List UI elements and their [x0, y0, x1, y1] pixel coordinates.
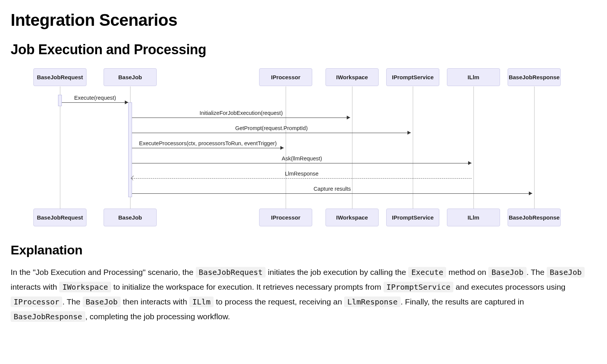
message-label: Ask(llmRequest) — [282, 155, 322, 162]
explanation-text-fragment: and executes processors using — [453, 282, 565, 291]
actor-box-top: BaseJobRequest — [33, 68, 86, 86]
inline-code: BaseJobRequest — [196, 267, 266, 278]
actor-box-bottom: BaseJobResponse — [508, 209, 561, 226]
lifeline — [534, 86, 535, 209]
message-line — [132, 163, 472, 163]
arrowhead-icon — [280, 146, 284, 150]
inline-code: Execute — [408, 267, 446, 278]
explanation-text-fragment: . The — [527, 268, 547, 276]
explanation-text-fragment: to process the request, receiving an — [214, 297, 344, 306]
inline-code: BaseJob — [547, 267, 585, 278]
explanation-text-fragment: In the "Job Execution and Processing" sc… — [11, 268, 196, 276]
explanation-text-fragment: method on — [446, 268, 488, 276]
arrowhead-icon — [125, 100, 128, 104]
inline-code: BaseJobResponse — [11, 311, 85, 322]
message-label: GetPrompt(request.PromptId) — [235, 125, 308, 131]
message-line — [62, 102, 128, 103]
message-label: LlmResponse — [285, 171, 319, 177]
message-label: Capture results — [314, 186, 351, 192]
explanation-text-fragment: to initialize the workspace for executio… — [111, 282, 384, 291]
explanation-text-fragment: . The — [62, 297, 82, 306]
explanation-paragraph: In the "Job Execution and Processing" sc… — [11, 265, 595, 324]
inline-code: IPromptService — [384, 282, 454, 292]
message-line — [132, 178, 472, 179]
message-line — [132, 133, 411, 133]
message-label: Execute(request) — [74, 95, 116, 101]
actor-box-top: BaseJobResponse — [508, 68, 561, 86]
explanation-text-fragment: interacts with — [11, 282, 59, 291]
actor-box-bottom: BaseJobRequest — [33, 209, 86, 226]
actor-box-bottom: IProcessor — [259, 209, 312, 226]
activation-bar — [128, 102, 132, 197]
explanation-heading: Explanation — [11, 243, 596, 257]
actor-box-top: IWorkspace — [326, 68, 379, 86]
lifeline — [286, 86, 286, 209]
actor-box-top: IProcessor — [259, 68, 312, 86]
actor-box-top: ILlm — [447, 68, 500, 86]
arrowhead-icon — [407, 131, 411, 135]
inline-code: BaseJob — [83, 297, 121, 307]
arrowhead-icon — [347, 116, 350, 119]
message-line — [132, 148, 284, 148]
message-label: ExecuteProcessors(ctx, processorsToRun, … — [139, 140, 277, 146]
actor-box-top: BaseJob — [104, 68, 157, 86]
sequence-diagram: BaseJobRequestBaseJobRequestBaseJobBaseJ… — [22, 68, 599, 228]
lifeline — [413, 86, 413, 209]
actor-box-bottom: BaseJob — [104, 209, 157, 226]
message-line — [132, 193, 532, 194]
message-label: InitializeForJobExecution(request) — [200, 110, 283, 116]
explanation-text-fragment: . Finally, the results are captured in — [401, 297, 524, 306]
actor-box-top: IPromptService — [386, 68, 439, 86]
lifeline — [473, 86, 474, 209]
inline-code: ILlm — [189, 297, 214, 307]
inline-code: BaseJob — [488, 267, 526, 278]
inline-code: LlmResponse — [344, 297, 400, 307]
arrowhead-icon — [529, 191, 532, 195]
explanation-text-fragment: then interacts with — [121, 297, 189, 306]
actor-box-bottom: ILlm — [447, 209, 500, 226]
page-title: Integration Scenarios — [11, 11, 596, 30]
actor-box-bottom: IWorkspace — [326, 209, 379, 226]
explanation-text-fragment: , completing the job processing workflow… — [85, 312, 230, 321]
lifeline — [352, 86, 352, 209]
activation-bar — [58, 95, 62, 106]
section-heading: Job Execution and Processing — [11, 42, 596, 58]
arrowhead-icon — [468, 161, 472, 165]
explanation-text-fragment: initiates the job execution by calling t… — [266, 268, 408, 276]
actor-box-bottom: IPromptService — [386, 209, 439, 226]
inline-code: IWorkspace — [59, 282, 111, 292]
inline-code: IProcessor — [11, 297, 62, 307]
message-line — [132, 118, 350, 118]
